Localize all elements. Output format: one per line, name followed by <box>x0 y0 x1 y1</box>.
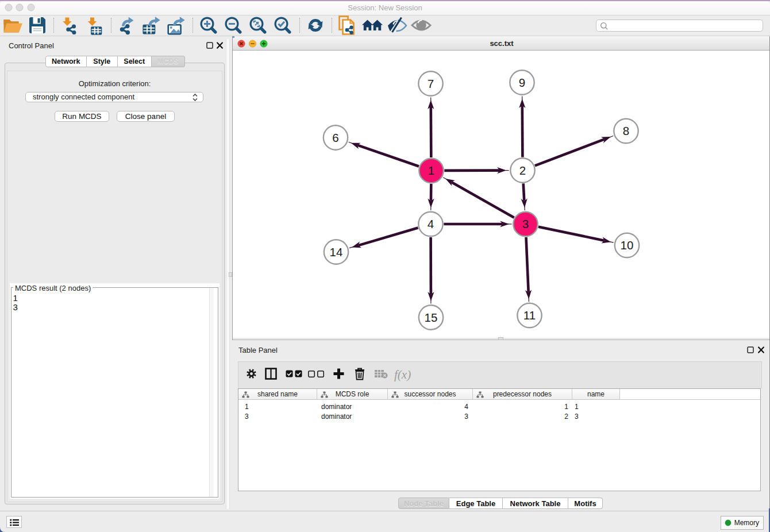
svg-text:7: 7 <box>428 77 434 90</box>
svg-text:6: 6 <box>332 131 338 144</box>
svg-text:14: 14 <box>330 245 343 259</box>
svg-text:4: 4 <box>428 217 434 230</box>
svg-text:15: 15 <box>425 311 438 324</box>
svg-text:10: 10 <box>621 238 634 252</box>
svg-text:3: 3 <box>522 217 529 230</box>
svg-text:11: 11 <box>523 309 536 322</box>
svg-text:1: 1 <box>428 164 434 177</box>
svg-text:8: 8 <box>623 124 629 137</box>
svg-text:9: 9 <box>519 76 525 89</box>
svg-text:2: 2 <box>519 164 526 177</box>
